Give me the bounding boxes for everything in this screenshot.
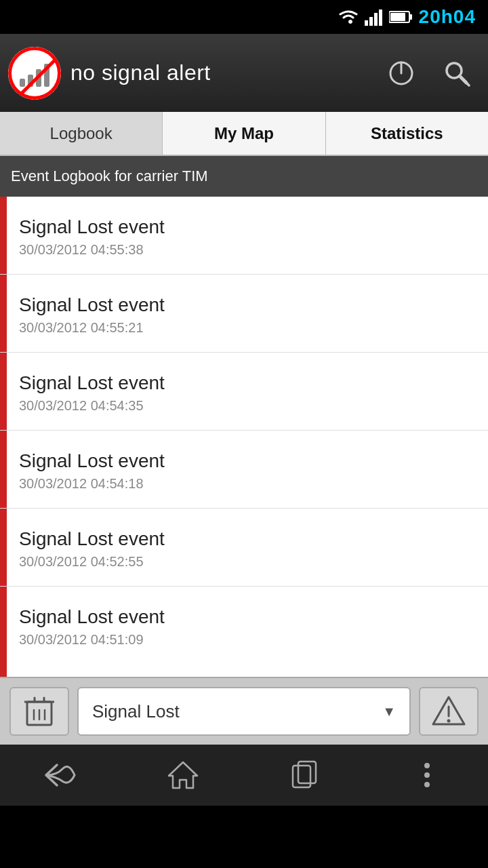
event-content: Signal Lost event 30/03/2012 04:54:35 xyxy=(7,353,488,430)
tab-mymap[interactable]: My Map xyxy=(163,112,325,155)
event-content: Signal Lost event 30/03/2012 04:52:55 xyxy=(7,509,488,586)
svg-rect-6 xyxy=(390,13,405,21)
more-button[interactable] xyxy=(393,755,461,795)
event-title: Signal Lost event xyxy=(19,528,476,550)
svg-point-26 xyxy=(424,772,430,778)
filter-dropdown-text: Signal Lost xyxy=(92,701,180,722)
event-title: Signal Lost event xyxy=(19,450,476,472)
app-header: no signal alert xyxy=(0,34,488,112)
event-title: Signal Lost event xyxy=(19,294,476,316)
tab-bar: Logbook My Map Statistics xyxy=(0,112,488,156)
list-item[interactable]: Signal Lost event 30/03/2012 04:52:55 xyxy=(0,509,488,587)
filter-dropdown[interactable]: Signal Lost ▼ xyxy=(77,687,411,736)
svg-rect-1 xyxy=(369,17,373,26)
svg-line-11 xyxy=(461,77,466,83)
event-indicator xyxy=(0,587,7,665)
status-bar: 20h04 xyxy=(0,0,488,34)
svg-rect-5 xyxy=(409,14,412,20)
no-signal-overlay xyxy=(8,47,61,100)
chevron-down-icon: ▼ xyxy=(382,704,396,719)
list-item[interactable]: Signal Lost event 30/03/2012 04:55:38 xyxy=(0,197,488,275)
event-indicator xyxy=(0,197,7,274)
event-indicator xyxy=(0,509,7,586)
svg-point-27 xyxy=(424,782,430,787)
app-title: no signal alert xyxy=(70,60,369,85)
list-item[interactable]: Signal Lost event 30/03/2012 04:54:35 xyxy=(0,353,488,431)
svg-point-21 xyxy=(447,719,451,723)
alert-button[interactable] xyxy=(419,687,479,736)
svg-rect-0 xyxy=(365,20,368,26)
event-content: Signal Lost event 30/03/2012 04:51:09 xyxy=(7,587,488,665)
section-header: Event Logbook for carrier TIM xyxy=(0,156,488,197)
list-item[interactable]: Signal Lost event 30/03/2012 04:51:09 xyxy=(0,587,488,665)
back-button[interactable] xyxy=(27,755,95,795)
recents-button[interactable] xyxy=(271,755,339,795)
app-logo xyxy=(8,47,61,100)
status-icons: 20h04 xyxy=(338,6,476,28)
nav-bar xyxy=(0,745,488,806)
event-indicator xyxy=(0,353,7,430)
event-indicator xyxy=(0,275,7,352)
list-item[interactable]: Signal Lost event 30/03/2012 04:55:21 xyxy=(0,275,488,353)
svg-rect-3 xyxy=(379,9,382,26)
event-content: Signal Lost event 30/03/2012 04:55:38 xyxy=(7,197,488,274)
svg-marker-22 xyxy=(169,762,197,788)
event-timestamp: 30/03/2012 04:55:38 xyxy=(19,242,476,258)
event-title: Signal Lost event xyxy=(19,606,476,628)
status-time: 20h04 xyxy=(419,6,476,28)
bottom-toolbar: Signal Lost ▼ xyxy=(0,677,488,745)
wifi-icon xyxy=(338,8,359,26)
event-timestamp: 30/03/2012 04:54:35 xyxy=(19,398,476,414)
svg-rect-2 xyxy=(374,13,378,26)
battery-icon xyxy=(389,10,413,24)
section-header-text: Event Logbook for carrier TIM xyxy=(11,167,208,185)
delete-button[interactable] xyxy=(9,687,69,736)
event-content: Signal Lost event 30/03/2012 04:55:21 xyxy=(7,275,488,352)
svg-point-25 xyxy=(424,763,430,768)
list-item[interactable]: Signal Lost event 30/03/2012 04:54:18 xyxy=(0,431,488,509)
tab-statistics[interactable]: Statistics xyxy=(326,112,488,155)
event-timestamp: 30/03/2012 04:54:18 xyxy=(19,476,476,492)
event-timestamp: 30/03/2012 04:51:09 xyxy=(19,632,476,648)
power-button[interactable] xyxy=(378,50,424,96)
home-button[interactable] xyxy=(149,755,217,795)
tab-logbook[interactable]: Logbook xyxy=(0,112,163,155)
event-title: Signal Lost event xyxy=(19,372,476,394)
event-list: Signal Lost event 30/03/2012 04:55:38 Si… xyxy=(0,197,488,677)
event-indicator xyxy=(0,431,7,508)
signal-icon xyxy=(365,8,384,26)
event-content: Signal Lost event 30/03/2012 04:54:18 xyxy=(7,431,488,508)
search-button[interactable] xyxy=(434,50,480,96)
event-timestamp: 30/03/2012 04:55:21 xyxy=(19,320,476,336)
event-timestamp: 30/03/2012 04:52:55 xyxy=(19,554,476,570)
event-title: Signal Lost event xyxy=(19,216,476,238)
